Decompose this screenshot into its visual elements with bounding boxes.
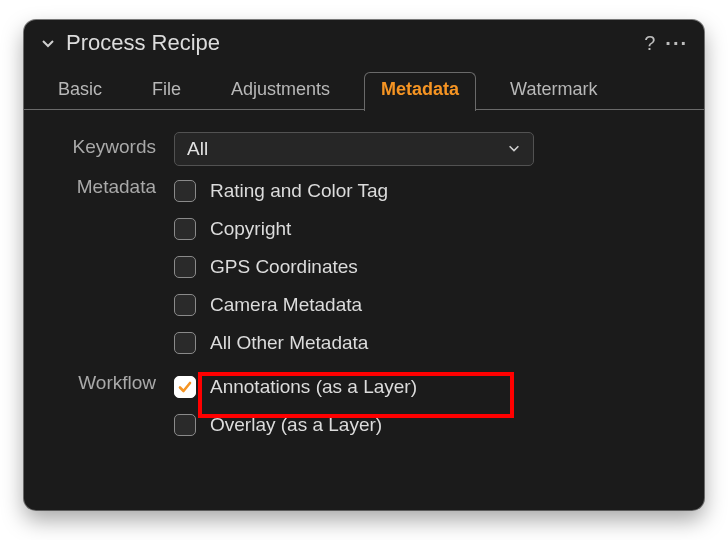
checkmark-icon — [177, 379, 193, 395]
checkbox-overlay[interactable] — [174, 414, 196, 436]
keywords-select-value: All — [187, 138, 208, 160]
checkbox-label: Overlay (as a Layer) — [210, 414, 382, 436]
keywords-label: Keywords — [54, 132, 174, 158]
chevron-down-icon[interactable] — [40, 35, 56, 51]
tab-adjustments[interactable]: Adjustments — [215, 73, 346, 110]
workflow-label: Workflow — [54, 368, 174, 394]
checkbox-row-rating-color-tag: Rating and Color Tag — [174, 172, 674, 210]
more-icon[interactable]: ··· — [665, 32, 688, 55]
tab-basic[interactable]: Basic — [42, 73, 118, 110]
checkbox-gps[interactable] — [174, 256, 196, 278]
checkbox-row-camera-metadata: Camera Metadata — [174, 286, 674, 324]
chevron-down-icon — [507, 138, 521, 160]
tab-metadata[interactable]: Metadata — [364, 72, 476, 111]
checkbox-all-other-metadata[interactable] — [174, 332, 196, 354]
checkbox-row-copyright: Copyright — [174, 210, 674, 248]
panel-title: Process Recipe — [66, 30, 634, 56]
row-keywords: Keywords All — [54, 132, 674, 166]
checkbox-row-gps: GPS Coordinates — [174, 248, 674, 286]
checkbox-label: All Other Metadata — [210, 332, 368, 354]
row-workflow: Workflow Annotations (as a Layer) Overla… — [54, 368, 674, 444]
tab-watermark[interactable]: Watermark — [494, 73, 613, 110]
metadata-label: Metadata — [54, 172, 174, 198]
checkbox-row-annotations: Annotations (as a Layer) — [174, 368, 674, 406]
tab-file[interactable]: File — [136, 73, 197, 110]
checkbox-label: Camera Metadata — [210, 294, 362, 316]
checkbox-rating-color-tag[interactable] — [174, 180, 196, 202]
checkbox-label: GPS Coordinates — [210, 256, 358, 278]
tabs-bar: Basic File Adjustments Metadata Watermar… — [24, 66, 704, 110]
checkbox-label: Annotations (as a Layer) — [210, 376, 417, 398]
checkbox-label: Rating and Color Tag — [210, 180, 388, 202]
panel-body: Keywords All Metadata Rating and Color T… — [24, 110, 704, 470]
help-icon[interactable]: ? — [644, 32, 655, 55]
panel-header: Process Recipe ? ··· — [24, 20, 704, 66]
process-recipe-panel: Process Recipe ? ··· Basic File Adjustme… — [24, 20, 704, 510]
checkbox-label: Copyright — [210, 218, 291, 240]
checkbox-row-overlay: Overlay (as a Layer) — [174, 406, 674, 444]
checkbox-annotations[interactable] — [174, 376, 196, 398]
checkbox-camera-metadata[interactable] — [174, 294, 196, 316]
checkbox-row-all-other-metadata: All Other Metadata — [174, 324, 674, 362]
row-metadata: Metadata Rating and Color Tag Copyright … — [54, 172, 674, 362]
keywords-select[interactable]: All — [174, 132, 534, 166]
checkbox-copyright[interactable] — [174, 218, 196, 240]
